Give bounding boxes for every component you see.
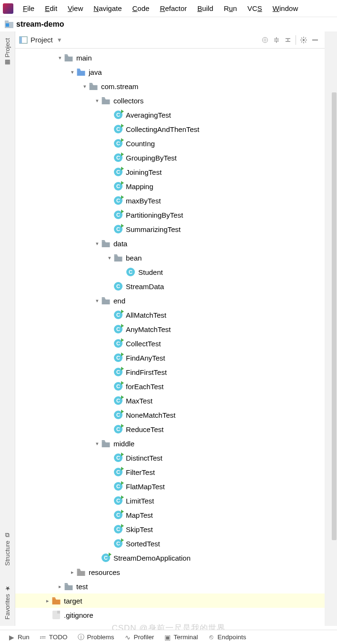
tree-item[interactable]: .gitignore [15,608,325,622]
tree-arrow-icon[interactable] [69,68,76,76]
tree-item-label: PartitioningByTest [126,211,183,219]
runnable-class-icon: C [113,224,123,234]
tree-item-label: CountIng [126,140,155,148]
menu-file[interactable]: File [20,3,37,13]
tree-arrow-icon [106,525,113,533]
tree-item-label: StreamData [126,282,164,291]
status-problems[interactable]: ⓘProblems [73,634,118,641]
tree-arrow-icon [106,154,113,161]
menu-navigate[interactable]: Navigate [91,3,124,13]
scrollbar-thumb[interactable] [332,92,337,540]
tree-item[interactable]: CStreamData [15,279,325,293]
tree-item[interactable]: CMapTest [15,508,325,522]
menu-refactor[interactable]: Refactor [157,3,190,13]
runnable-class-icon: C [113,367,123,377]
tree-item[interactable]: data [15,236,325,251]
tree-item[interactable]: CCountIng [15,136,325,151]
folder-target-icon [51,596,61,605]
status-todo[interactable]: ≔TODO [35,634,71,641]
tree-item[interactable]: CLimitTest [15,493,325,508]
tree-item[interactable]: target [15,594,325,608]
status-endpoints[interactable]: ⎋Endpoints [204,634,250,641]
svg-point-6 [303,39,305,40]
tree-item[interactable]: com.stream [15,79,325,93]
tree-item[interactable]: middle [15,436,325,451]
tree-arrow-icon[interactable] [93,97,101,104]
tree-item[interactable]: CAllMatchTest [15,308,325,322]
tree-arrow-icon[interactable] [81,82,89,90]
menu-edit[interactable]: Edit [42,3,60,13]
tree-item[interactable]: test [15,579,325,594]
tree-item[interactable]: CFindFirstTest [15,365,325,379]
tree-item[interactable]: CSortedTest [15,536,325,551]
tree-arrow-icon[interactable] [93,440,101,447]
tree-item[interactable]: CFilterTest [15,465,325,479]
sidebar-tab-structure[interactable]: Structure⧉ [3,528,12,569]
menu-run[interactable]: Run [221,3,240,13]
tree-item[interactable]: CMaxTest [15,393,325,408]
tree-item[interactable]: main [15,50,325,65]
tree-item-label: SortedTest [126,540,160,548]
tree-item[interactable]: CPartitioningByTest [15,208,325,222]
tree-item[interactable]: CReduceTest [15,422,325,436]
tree-item[interactable]: CDistinctTest [15,451,325,465]
tree-arrow-icon[interactable] [56,54,64,61]
expand-all-button[interactable] [271,34,282,46]
tree-item[interactable]: collectors [15,93,325,108]
tree-item-label: JoiningTest [126,168,162,176]
tree-item[interactable]: CGroupingByTest [15,151,325,165]
tree-item[interactable]: CCollectTest [15,336,325,351]
runnable-class-icon: C [113,310,123,320]
tree-arrow-icon[interactable] [93,297,101,304]
sidebar-tab-project[interactable]: ▦ Project [3,35,12,69]
status-run[interactable]: ▶Run [4,634,33,641]
breadcrumb-project[interactable]: stream-demo [16,20,64,29]
panel-title[interactable]: Project [31,36,53,44]
tree-item[interactable]: CStreamDemoApplication [15,551,325,565]
tree-item[interactable]: CFindAnyTest [15,351,325,365]
status-profiler[interactable]: ∿Profiler [120,634,158,641]
tree-item-label: MaxTest [126,397,153,405]
tree-item[interactable]: bean [15,251,325,265]
tree-item[interactable]: java [15,65,325,79]
tree-arrow-icon[interactable] [44,597,51,604]
tree-item[interactable]: CmaxByTest [15,193,325,208]
tree-arrow-icon[interactable] [93,240,101,247]
settings-button[interactable] [298,34,309,46]
menu-vcs[interactable]: VCS [245,3,265,13]
tree-item[interactable]: CSummarizingTest [15,222,325,236]
tree-item-label: middle [113,440,134,448]
tree-item[interactable]: end [15,293,325,308]
hide-button[interactable] [309,34,321,46]
tree-arrow-icon[interactable] [56,583,64,590]
status-terminal[interactable]: ▣Terminal [160,634,202,641]
tree-item[interactable]: CMapping [15,179,325,193]
tree-item[interactable]: CCollectingAndThenTest [15,122,325,136]
select-opened-file-button[interactable] [259,34,271,46]
menu-build[interactable]: Build [194,3,216,13]
project-tree[interactable]: mainjavacom.streamcollectorsCAveragingTe… [15,49,325,626]
tree-arrow-icon [106,340,113,347]
tree-item[interactable]: resources [15,565,325,579]
tree-item[interactable]: CJoiningTest [15,165,325,179]
sidebar-tab-favorites[interactable]: Favorites★ [3,582,12,622]
tree-item[interactable]: CFlatMapTest [15,479,325,493]
chevron-down-icon[interactable]: ▼ [57,37,62,43]
menu-view[interactable]: View [65,3,86,13]
collapse-all-button[interactable] [282,34,294,46]
tree-item[interactable]: CforEachTest [15,379,325,393]
tree-item[interactable]: CAveragingTest [15,108,325,122]
tree-item-label: Student [138,268,163,276]
runnable-class-icon: C [113,482,123,491]
tree-arrow-icon[interactable] [69,568,76,576]
tree-arrow-icon[interactable] [106,254,113,262]
menu-code[interactable]: Code [130,3,153,13]
tree-item[interactable]: CNoneMatchTest [15,408,325,422]
tree-item-label: AllMatchTest [126,311,166,319]
tree-item[interactable]: CSkipTest [15,522,325,536]
tree-item-label: Mapping [126,182,153,191]
tree-item[interactable]: CAnyMatchTest [15,322,325,336]
menu-window[interactable]: Window [270,3,301,13]
tree-item[interactable]: CStudent [15,265,325,279]
module-icon [5,20,13,28]
